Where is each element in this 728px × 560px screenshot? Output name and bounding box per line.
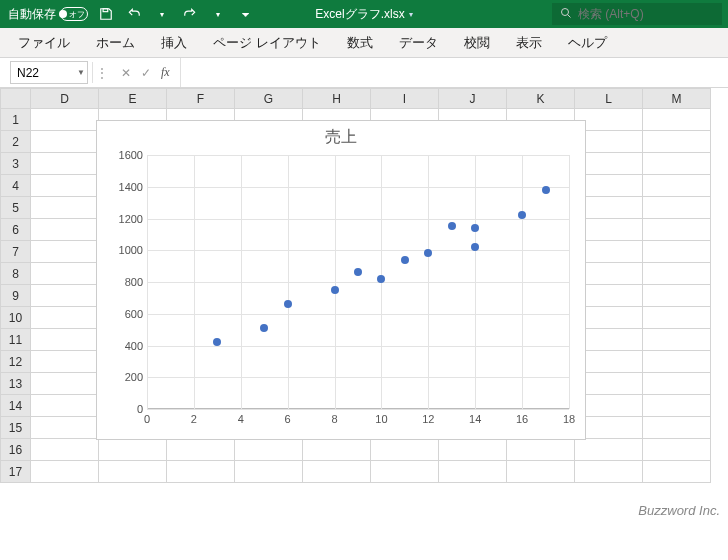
cell[interactable]	[643, 197, 711, 219]
cell[interactable]	[575, 461, 643, 483]
tab-表示[interactable]: 表示	[504, 28, 554, 58]
cell[interactable]	[643, 439, 711, 461]
cell[interactable]	[31, 153, 99, 175]
row-header[interactable]: 8	[1, 263, 31, 285]
cell[interactable]	[235, 439, 303, 461]
cancel-icon[interactable]: ✕	[121, 66, 131, 80]
tab-ファイル[interactable]: ファイル	[6, 28, 82, 58]
row-header[interactable]: 10	[1, 307, 31, 329]
data-point[interactable]	[448, 222, 456, 230]
chevron-down-icon[interactable]: ▼	[77, 68, 85, 77]
cell[interactable]	[31, 219, 99, 241]
cell[interactable]	[643, 175, 711, 197]
tab-校閲[interactable]: 校閲	[452, 28, 502, 58]
data-point[interactable]	[354, 268, 362, 276]
cell[interactable]	[31, 263, 99, 285]
col-header[interactable]: F	[167, 89, 235, 109]
cell[interactable]	[643, 461, 711, 483]
cell[interactable]	[31, 373, 99, 395]
data-point[interactable]	[331, 286, 339, 294]
row-header[interactable]: 7	[1, 241, 31, 263]
cell[interactable]	[643, 219, 711, 241]
data-point[interactable]	[471, 224, 479, 232]
search-box[interactable]	[552, 3, 722, 25]
cell[interactable]	[371, 439, 439, 461]
tab-データ[interactable]: データ	[387, 28, 450, 58]
row-header[interactable]: 6	[1, 219, 31, 241]
cell[interactable]	[31, 461, 99, 483]
data-point[interactable]	[471, 243, 479, 251]
cell[interactable]	[235, 461, 303, 483]
row-header[interactable]: 16	[1, 439, 31, 461]
cell[interactable]	[439, 461, 507, 483]
data-point[interactable]	[284, 300, 292, 308]
col-header[interactable]: E	[99, 89, 167, 109]
row-header[interactable]: 9	[1, 285, 31, 307]
row-header[interactable]: 2	[1, 131, 31, 153]
cell[interactable]	[643, 417, 711, 439]
search-input[interactable]	[578, 7, 714, 21]
cell[interactable]	[643, 307, 711, 329]
cell[interactable]	[643, 263, 711, 285]
name-box[interactable]: N22 ▼	[10, 61, 88, 84]
data-point[interactable]	[542, 186, 550, 194]
cell[interactable]	[575, 439, 643, 461]
cell[interactable]	[31, 197, 99, 219]
row-header[interactable]: 12	[1, 351, 31, 373]
col-header[interactable]: I	[371, 89, 439, 109]
cell[interactable]	[31, 417, 99, 439]
cell[interactable]	[31, 285, 99, 307]
save-icon[interactable]	[96, 4, 116, 24]
cell[interactable]	[643, 285, 711, 307]
undo-icon[interactable]	[124, 4, 144, 24]
cell[interactable]	[439, 439, 507, 461]
tab-ページ レイアウト[interactable]: ページ レイアウト	[201, 28, 333, 58]
cell[interactable]	[99, 439, 167, 461]
cell[interactable]	[643, 131, 711, 153]
cell[interactable]	[507, 439, 575, 461]
tab-数式[interactable]: 数式	[335, 28, 385, 58]
fx-icon[interactable]: fx	[161, 65, 170, 80]
redo-icon[interactable]	[180, 4, 200, 24]
data-point[interactable]	[260, 324, 268, 332]
data-point[interactable]	[424, 249, 432, 257]
row-header[interactable]: 4	[1, 175, 31, 197]
cell[interactable]	[167, 439, 235, 461]
data-point[interactable]	[518, 211, 526, 219]
tab-ヘルプ[interactable]: ヘルプ	[556, 28, 619, 58]
cell[interactable]	[99, 461, 167, 483]
data-point[interactable]	[377, 275, 385, 283]
chevron-down-icon[interactable]: ▾	[152, 4, 172, 24]
cell[interactable]	[31, 131, 99, 153]
row-header[interactable]: 11	[1, 329, 31, 351]
cell[interactable]	[643, 241, 711, 263]
data-point[interactable]	[213, 338, 221, 346]
col-header[interactable]: L	[575, 89, 643, 109]
row-header[interactable]: 5	[1, 197, 31, 219]
row-header[interactable]: 3	[1, 153, 31, 175]
col-header[interactable]: J	[439, 89, 507, 109]
qat-overflow-icon[interactable]: ⏷	[236, 4, 256, 24]
cell[interactable]	[167, 461, 235, 483]
col-header[interactable]: G	[235, 89, 303, 109]
row-header[interactable]: 13	[1, 373, 31, 395]
formula-input[interactable]	[180, 58, 728, 87]
cell[interactable]	[31, 307, 99, 329]
cell[interactable]	[31, 241, 99, 263]
cell[interactable]	[31, 109, 99, 131]
row-header[interactable]: 17	[1, 461, 31, 483]
cell[interactable]	[31, 439, 99, 461]
col-header[interactable]: H	[303, 89, 371, 109]
cell[interactable]	[31, 395, 99, 417]
chart[interactable]: 売上 0200400600800100012001400160002468101…	[96, 120, 586, 440]
worksheet-grid[interactable]: DEFGHIJKLM1234567891011121314151617 売上 0…	[0, 88, 728, 560]
cell[interactable]	[371, 461, 439, 483]
tab-ホーム[interactable]: ホーム	[84, 28, 147, 58]
col-header[interactable]: M	[643, 89, 711, 109]
expand-icon[interactable]: ⋮	[93, 58, 111, 87]
row-header[interactable]: 1	[1, 109, 31, 131]
chevron-down-icon[interactable]: ▾	[208, 4, 228, 24]
row-header[interactable]: 14	[1, 395, 31, 417]
cell[interactable]	[507, 461, 575, 483]
cell[interactable]	[643, 109, 711, 131]
